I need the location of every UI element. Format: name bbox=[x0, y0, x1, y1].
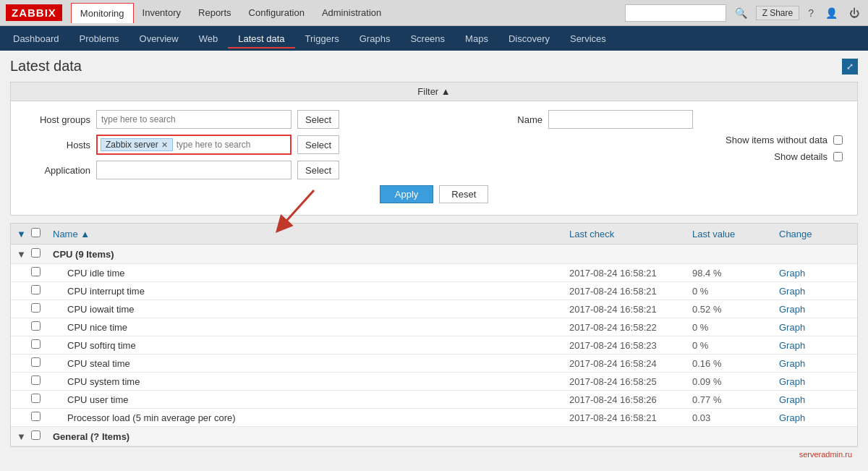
host-tag-zabbix-server[interactable]: Zabbix server ✕ bbox=[101, 138, 173, 151]
host-groups-input[interactable] bbox=[96, 110, 292, 129]
header-checkbox[interactable] bbox=[31, 228, 41, 237]
row-checkbox-6[interactable] bbox=[31, 375, 41, 385]
row-lastvalue-1: 0 % bbox=[692, 286, 779, 297]
general-group-name: General (? Items) bbox=[53, 431, 851, 442]
table-row: CPU interrupt time 2017-08-24 16:58:21 0… bbox=[11, 282, 857, 300]
show-details-checkbox[interactable] bbox=[833, 152, 843, 161]
filter-host-groups-field: Host groups Select bbox=[25, 110, 427, 129]
search-input[interactable] bbox=[625, 4, 726, 22]
row-checkbox-5[interactable] bbox=[31, 357, 41, 367]
nav-monitoring[interactable]: Monitoring bbox=[71, 3, 134, 23]
graph-link-1[interactable]: Graph bbox=[779, 286, 805, 297]
row-lastcheck-4: 2017-08-24 16:58:23 bbox=[569, 340, 692, 351]
header-change: Change bbox=[779, 229, 851, 239]
header-name-label: Name ▲ bbox=[53, 229, 90, 239]
graph-link-5[interactable]: Graph bbox=[779, 358, 805, 369]
row-name-7: CPU user time bbox=[53, 394, 569, 405]
application-label: Application bbox=[25, 165, 90, 176]
row-name-3: CPU nice time bbox=[53, 322, 569, 333]
row-checkbox-0[interactable] bbox=[31, 267, 41, 276]
row-checkbox-4[interactable] bbox=[31, 339, 41, 349]
nav-administration[interactable]: Administration bbox=[313, 3, 390, 22]
hosts-input-container[interactable]: Zabbix server ✕ bbox=[96, 135, 292, 155]
nav-problems[interactable]: Problems bbox=[69, 29, 129, 48]
graph-link-2[interactable]: Graph bbox=[779, 304, 805, 315]
show-without-data-checkbox[interactable] bbox=[833, 135, 843, 145]
nav-inventory[interactable]: Inventory bbox=[134, 3, 190, 22]
hosts-select-button[interactable]: Select bbox=[297, 135, 339, 154]
row-checkbox-7[interactable] bbox=[31, 394, 41, 403]
general-group-checkbox[interactable] bbox=[31, 430, 41, 440]
page-content: Latest data ⤢ Filter ▲ Host groups Selec… bbox=[0, 51, 868, 469]
nav-latest-data[interactable]: Latest data bbox=[228, 29, 294, 48]
cpu-group-checkbox[interactable] bbox=[31, 248, 41, 258]
reset-button[interactable]: Reset bbox=[439, 185, 488, 203]
row-lastvalue-5: 0.16 % bbox=[692, 358, 779, 369]
filter-left: Host groups Select Hosts Zabbix server ✕ bbox=[25, 110, 427, 179]
nav-screens[interactable]: Screens bbox=[400, 29, 455, 48]
hosts-label: Hosts bbox=[25, 140, 90, 150]
power-icon[interactable]: ⏻ bbox=[846, 7, 862, 19]
graph-link-6[interactable]: Graph bbox=[779, 376, 805, 387]
graph-link-4[interactable]: Graph bbox=[779, 340, 805, 351]
row-checkbox-1[interactable] bbox=[31, 285, 41, 294]
filter-header[interactable]: Filter ▲ bbox=[11, 82, 857, 101]
table-row: CPU system time 2017-08-24 16:58:25 0.09… bbox=[11, 373, 857, 391]
nav-discovery[interactable]: Discovery bbox=[498, 29, 560, 48]
user-icon[interactable]: 👤 bbox=[822, 7, 841, 19]
nav-overview[interactable]: Overview bbox=[129, 29, 189, 48]
group-checkbox-general bbox=[31, 430, 53, 442]
help-icon[interactable]: ? bbox=[805, 7, 817, 19]
hosts-search-input[interactable] bbox=[175, 140, 287, 150]
header-last-check[interactable]: Last check bbox=[569, 229, 692, 239]
row-checkbox-3[interactable] bbox=[31, 321, 41, 331]
name-label: Name bbox=[441, 114, 542, 125]
search-icon[interactable]: 🔍 bbox=[732, 7, 750, 19]
nav-configuration[interactable]: Configuration bbox=[240, 3, 313, 22]
show-without-data-field: Show items without data bbox=[441, 135, 843, 145]
page-title-bar: Latest data ⤢ bbox=[10, 58, 858, 75]
row-lastcheck-6: 2017-08-24 16:58:25 bbox=[569, 376, 692, 387]
graph-link-7[interactable]: Graph bbox=[779, 394, 805, 405]
group-arrow-cpu[interactable]: ▼ bbox=[17, 249, 31, 260]
nav-reports[interactable]: Reports bbox=[190, 3, 240, 22]
top-nav-right: 🔍 Z Share ? 👤 ⏻ bbox=[625, 4, 862, 22]
group-arrow-general[interactable]: ▼ bbox=[17, 431, 31, 442]
row-lastvalue-4: 0 % bbox=[692, 340, 779, 351]
row-name-8: Processor load (5 min average per core) bbox=[53, 412, 569, 423]
share-button[interactable]: Z Share bbox=[756, 6, 799, 20]
apply-button[interactable]: Apply bbox=[380, 185, 434, 203]
application-select-button[interactable]: Select bbox=[297, 161, 339, 179]
table-row: CPU softirq time 2017-08-24 16:58:23 0 %… bbox=[11, 336, 857, 355]
watermark: serveradmin.ru bbox=[10, 447, 858, 462]
row-lastvalue-2: 0.52 % bbox=[692, 304, 779, 315]
nav-maps[interactable]: Maps bbox=[455, 29, 498, 48]
graph-link-0[interactable]: Graph bbox=[779, 268, 805, 279]
host-tag-close-icon[interactable]: ✕ bbox=[161, 140, 168, 150]
group-checkbox-cpu bbox=[31, 248, 53, 260]
table-row: Processor load (5 min average per core) … bbox=[11, 409, 857, 427]
row-lastvalue-8: 0.03 bbox=[692, 412, 779, 423]
logo[interactable]: ZABBIX bbox=[6, 4, 62, 21]
row-lastcheck-1: 2017-08-24 16:58:21 bbox=[569, 286, 692, 297]
nav-services[interactable]: Services bbox=[560, 29, 616, 48]
nav-dashboard[interactable]: Dashboard bbox=[3, 29, 69, 48]
row-lastvalue-0: 98.4 % bbox=[692, 268, 779, 279]
nav-triggers[interactable]: Triggers bbox=[295, 29, 349, 48]
header-last-value[interactable]: Last value bbox=[692, 229, 779, 239]
filter-right: Name Show items without data Show detail… bbox=[441, 110, 843, 162]
row-checkbox-8[interactable] bbox=[31, 412, 41, 421]
row-lastcheck-2: 2017-08-24 16:58:21 bbox=[569, 304, 692, 315]
graph-link-3[interactable]: Graph bbox=[779, 322, 805, 333]
filter-application-field: Application Select bbox=[25, 161, 427, 179]
row-checkbox-2[interactable] bbox=[31, 303, 41, 313]
nav-graphs[interactable]: Graphs bbox=[349, 29, 401, 48]
graph-link-8[interactable]: Graph bbox=[779, 412, 805, 423]
host-groups-select-button[interactable]: Select bbox=[297, 110, 339, 129]
show-details-label: Show details bbox=[774, 151, 827, 162]
application-input[interactable] bbox=[96, 161, 292, 179]
nav-web[interactable]: Web bbox=[189, 29, 229, 48]
row-name-2: CPU iowait time bbox=[53, 304, 569, 315]
expand-icon[interactable]: ⤢ bbox=[842, 59, 858, 75]
name-input[interactable] bbox=[548, 110, 693, 129]
